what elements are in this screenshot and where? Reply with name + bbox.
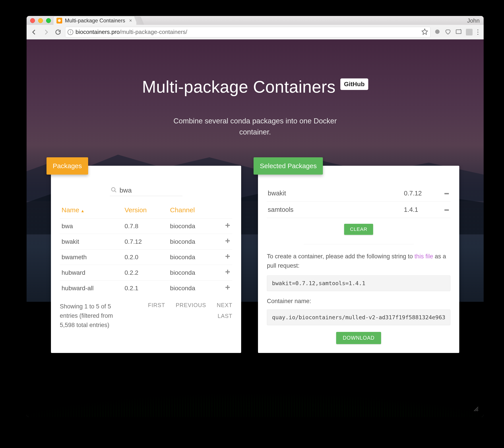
- page-subtitle: Combine several conda packages into one …: [27, 115, 484, 137]
- pkg-version: 0.2.2: [123, 265, 168, 280]
- package-string-box[interactable]: bwakit=0.7.12,samtools=1.4.1: [267, 275, 450, 291]
- cube-icon: [56, 18, 62, 23]
- add-package-button[interactable]: [225, 285, 231, 292]
- site-info-icon[interactable]: i: [68, 29, 73, 35]
- pager-first[interactable]: FIRST: [148, 302, 165, 308]
- table-info: Showing 1 to 5 of 5 entries (filtered fr…: [60, 302, 126, 330]
- svg-point-2: [111, 188, 115, 191]
- table-row: hubward0.2.2bioconda: [60, 265, 232, 280]
- selected-card: Selected Packages bwakit0.7.12samtools1.…: [258, 166, 459, 353]
- address-bar[interactable]: i biocontainers.pro/multi-package-contai…: [65, 27, 431, 37]
- corner-mark-icon: [473, 406, 479, 413]
- hero: Multi-package Containers GitHub Combine …: [27, 39, 484, 137]
- col-channel[interactable]: Channel: [168, 202, 232, 219]
- pkg-channel: bioconda: [168, 265, 219, 280]
- col-name[interactable]: Name▲: [60, 202, 123, 219]
- pkg-channel: bioconda: [168, 280, 219, 296]
- pkg-name: hubward: [60, 265, 123, 280]
- selected-version: 1.4.1: [404, 206, 444, 213]
- extension-badge[interactable]: [466, 29, 472, 36]
- pager-next[interactable]: NEXT: [217, 302, 233, 308]
- pager-previous[interactable]: PREVIOUS: [176, 302, 206, 308]
- window-controls: [30, 18, 51, 23]
- close-window-button[interactable]: [30, 18, 35, 23]
- table-pager: FIRST PREVIOUS NEXT LAST: [131, 302, 232, 319]
- table-row: hubward-all0.2.1bioconda: [60, 280, 232, 296]
- search-icon: [111, 187, 117, 194]
- instruction-text: To create a container, please add the fo…: [267, 252, 450, 271]
- screenshot-icon[interactable]: [455, 28, 462, 36]
- packages-table: Name▲ Version Channel bwa0.7.8biocondabw…: [60, 202, 232, 296]
- search-input[interactable]: [120, 187, 181, 194]
- container-name-label: Container name:: [267, 298, 450, 305]
- add-package-button[interactable]: [225, 238, 231, 245]
- fullscreen-window-button[interactable]: [46, 18, 51, 23]
- table-row: bwameth0.2.0bioconda: [60, 249, 232, 265]
- pkg-name: bwakit: [60, 234, 123, 249]
- profile-name[interactable]: John: [467, 17, 480, 24]
- minimize-window-button[interactable]: [38, 18, 43, 23]
- extension-dot-icon[interactable]: [434, 28, 441, 36]
- package-search[interactable]: [110, 185, 182, 196]
- pkg-version: 0.2.0: [123, 249, 168, 265]
- pkg-name: bwameth: [60, 249, 123, 265]
- pkg-channel: bioconda: [168, 234, 219, 249]
- table-row: bwa0.7.8bioconda: [60, 219, 232, 234]
- selected-name: bwakit: [268, 190, 404, 197]
- svg-rect-1: [456, 30, 461, 34]
- url-text: biocontainers.pro/multi-package-containe…: [75, 29, 187, 36]
- browser-window: Multi-package Containers × John i biocon…: [27, 16, 484, 417]
- extensions: [434, 28, 472, 36]
- selected-row: bwakit0.7.12: [267, 185, 450, 202]
- table-row: bwakit0.7.12bioconda: [60, 234, 232, 249]
- pkg-name: hubward-all: [60, 280, 123, 296]
- remove-package-button[interactable]: [444, 191, 450, 195]
- svg-rect-3: [444, 193, 449, 194]
- back-button[interactable]: [29, 27, 39, 37]
- selected-name: samtools: [268, 206, 404, 213]
- selected-version: 0.7.12: [404, 190, 444, 197]
- add-package-button[interactable]: [225, 223, 231, 229]
- github-badge[interactable]: GitHub: [340, 78, 368, 90]
- selected-chip: Selected Packages: [253, 157, 323, 175]
- page-content: Multi-package Containers GitHub Combine …: [27, 39, 484, 417]
- close-tab-icon[interactable]: ×: [128, 18, 133, 23]
- clear-button[interactable]: CLEAR: [344, 224, 373, 235]
- reload-button[interactable]: [53, 27, 63, 37]
- heart-icon[interactable]: [445, 28, 451, 36]
- this-file-link[interactable]: this file: [414, 253, 433, 260]
- remove-package-button[interactable]: [444, 208, 450, 212]
- packages-chip: Packages: [47, 157, 88, 175]
- pkg-channel: bioconda: [168, 249, 219, 265]
- page-title: Multi-package Containers: [142, 77, 336, 96]
- pkg-name: bwa: [60, 219, 123, 234]
- selected-row: samtools1.4.1: [267, 202, 450, 218]
- add-package-button[interactable]: [225, 269, 231, 276]
- container-name-box[interactable]: quay.io/biocontainers/mulled-v2-ad317f19…: [267, 310, 450, 325]
- bookmark-star-icon[interactable]: [421, 28, 428, 36]
- download-button[interactable]: DOWNLOAD: [336, 332, 381, 344]
- svg-rect-4: [444, 209, 449, 211]
- packages-card: Packages Name▲ Version Channel: [51, 166, 241, 353]
- browser-tab[interactable]: Multi-package Containers ×: [53, 16, 137, 25]
- col-version[interactable]: Version: [123, 202, 168, 219]
- pkg-channel: bioconda: [168, 219, 219, 234]
- pkg-version: 0.2.1: [123, 280, 168, 296]
- pager-last[interactable]: LAST: [218, 313, 233, 319]
- browser-menu-button[interactable]: [477, 32, 478, 33]
- sort-asc-icon: ▲: [81, 209, 85, 213]
- window-titlebar: Multi-package Containers × John: [27, 16, 484, 25]
- pkg-version: 0.7.12: [123, 234, 168, 249]
- forward-button[interactable]: [41, 27, 51, 37]
- divider: [304, 244, 414, 244]
- add-package-button[interactable]: [225, 254, 231, 261]
- browser-toolbar: i biocontainers.pro/multi-package-contai…: [27, 25, 484, 39]
- tab-title: Multi-package Containers: [65, 18, 125, 24]
- svg-point-0: [435, 29, 440, 34]
- pkg-version: 0.7.8: [123, 219, 168, 234]
